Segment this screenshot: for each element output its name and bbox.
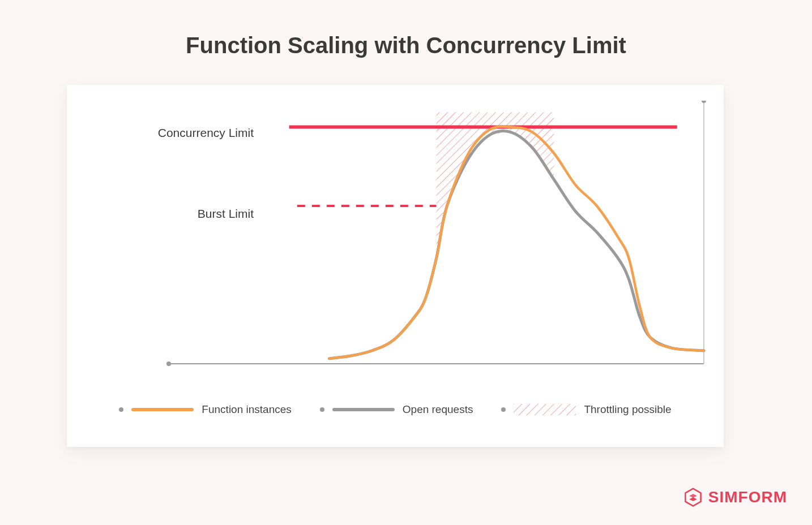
axis-top-right-dot — [702, 101, 706, 103]
legend-item-function-instances: Function instances — [119, 403, 291, 416]
legend-item-open-requests: Open requests — [320, 403, 473, 416]
chart-card: Concurrency Limit Burst Limit Function i… — [67, 85, 724, 447]
legend-swatch-orange-line — [131, 408, 194, 411]
bullet-icon — [320, 407, 324, 412]
chart-legend: Function instances Open requests Throttl… — [106, 403, 684, 416]
brand-logo: SIMFORM — [683, 488, 787, 507]
simform-logo-icon — [683, 488, 703, 507]
concurrency-limit-label: Concurrency Limit — [101, 126, 254, 140]
chart-svg — [106, 101, 707, 389]
chart-title: Function Scaling with Concurrency Limit — [0, 33, 812, 58]
page: Function Scaling with Concurrency Limit … — [0, 0, 812, 525]
burst-limit-label: Burst Limit — [101, 207, 254, 221]
legend-label: Open requests — [403, 403, 473, 416]
legend-swatch-hatch — [514, 404, 576, 415]
legend-label: Throttling possible — [584, 403, 671, 416]
legend-swatch-gray-line — [332, 408, 395, 411]
brand-name: SIMFORM — [708, 488, 787, 506]
chart-plot-area: Concurrency Limit Burst Limit — [106, 101, 707, 389]
svg-rect-1 — [514, 404, 576, 415]
bullet-icon — [119, 407, 123, 412]
bullet-icon — [501, 407, 506, 412]
legend-label: Function instances — [202, 403, 291, 416]
function-instances-curve — [330, 127, 704, 359]
legend-item-throttling: Throttling possible — [501, 403, 671, 416]
open-requests-curve — [330, 131, 704, 359]
